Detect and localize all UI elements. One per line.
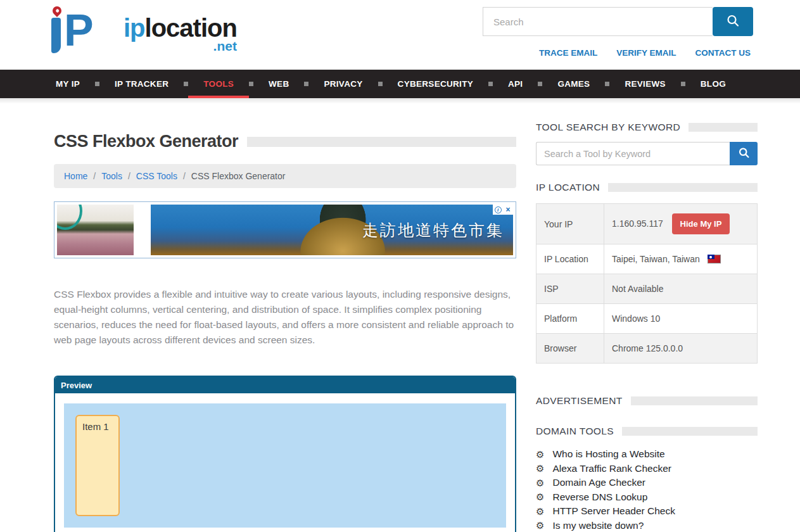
table-row: Platform Windows 10 — [537, 304, 758, 334]
main-column: CSS Flexbox Generator Home / Tools / CSS… — [54, 122, 516, 532]
site-logo[interactable]: P iplocation .net — [48, 5, 237, 54]
contact-us-link[interactable]: CONTACT US — [695, 48, 751, 58]
ip-location-table: Your IP 1.160.95.117 Hide My IP IP Locat… — [536, 203, 758, 364]
table-row: Browser Chrome 125.0.0.0 — [537, 334, 758, 364]
domain-tools-list: ⚙ Who is Hosting a Website ⚙ Alexa Traff… — [536, 447, 758, 532]
ad-banner[interactable]: 走訪地道特色市集 i × — [54, 201, 516, 258]
tool-description: CSS Flexbox provides a flexible and intu… — [54, 287, 516, 348]
table-row: ISP Not Available — [537, 274, 758, 304]
gear-icon: ⚙ — [536, 478, 544, 488]
gear-icon: ⚙ — [536, 521, 544, 530]
logo-text: iplocation .net — [124, 14, 237, 54]
nav-item-blog[interactable]: BLOG — [685, 70, 741, 98]
nav-separator — [95, 82, 99, 86]
nav-item-cybersecurity[interactable]: CYBERSECURITY — [383, 70, 488, 98]
page-title: CSS Flexbox Generator — [54, 132, 238, 151]
gear-icon: ⚙ — [536, 464, 544, 473]
logo-letter-i — [51, 18, 61, 53]
domain-tool-website-down[interactable]: ⚙ Is my website down? — [536, 519, 758, 532]
domain-tool-reverse-dns[interactable]: ⚙ Reverse DNS Lookup — [536, 490, 758, 505]
trace-email-link[interactable]: TRACE EMAIL — [539, 48, 597, 58]
row-label: IP Location — [537, 244, 604, 274]
domain-tool-alexa-rank[interactable]: ⚙ Alexa Traffic Rank Checker — [536, 462, 758, 476]
nav-item-games[interactable]: GAMES — [542, 70, 605, 98]
nav-item-api[interactable]: API — [493, 70, 538, 98]
advertisement-heading-row: ADVERTISEMENT — [536, 395, 758, 407]
domain-tool-http-header[interactable]: ⚙ HTTP Server Header Check — [536, 504, 758, 519]
verify-email-link[interactable]: VERIFY EMAIL — [616, 48, 676, 58]
nav-separator — [681, 82, 685, 86]
title-decorative-bar — [247, 137, 516, 147]
isp-value: Not Available — [604, 274, 758, 304]
domain-tools-heading-row: DOMAIN TOOLS — [536, 426, 758, 437]
hide-my-ip-button[interactable]: Hide My IP — [672, 213, 730, 234]
logo-icon: P — [48, 5, 122, 54]
breadcrumb-tools[interactable]: Tools — [101, 171, 122, 181]
header-search — [483, 7, 753, 36]
search-icon — [738, 147, 750, 161]
logo-letter-p: P — [64, 8, 92, 53]
logo-name-rest: location — [145, 14, 237, 42]
nav-item-reviews[interactable]: REVIEWS — [609, 70, 680, 98]
row-label: Platform — [537, 304, 604, 334]
row-label: Browser — [537, 334, 604, 364]
tool-search-heading-row: TOOL SEARCH BY KEYWORD — [536, 122, 758, 133]
nav-item-web[interactable]: WEB — [253, 70, 304, 98]
nav-item-privacy[interactable]: PRIVACY — [308, 70, 378, 98]
browser-value: Chrome 125.0.0.0 — [604, 334, 758, 364]
nav-shadow — [0, 98, 800, 104]
ad-info-icon[interactable]: i — [493, 205, 503, 215]
row-value-cell: 1.160.95.117 Hide My IP — [604, 204, 758, 244]
flexbox-preview-container: Item 1 — [64, 403, 506, 528]
nav-item-tools[interactable]: TOOLS — [188, 70, 249, 98]
ip-location-heading-row: IP LOCATION — [536, 182, 758, 193]
tool-search — [536, 142, 758, 165]
breadcrumb-separator: / — [93, 171, 96, 181]
gear-icon: ⚙ — [536, 507, 544, 516]
gear-icon: ⚙ — [536, 492, 544, 502]
heading-decorative-bar — [631, 396, 758, 405]
header-search-button[interactable] — [713, 7, 753, 36]
row-label: Your IP — [537, 204, 604, 244]
advertisement-heading: ADVERTISEMENT — [536, 395, 623, 407]
main-nav: MY IP IP TRACKER TOOLS WEB PRIVACY CYBER… — [0, 70, 800, 98]
nav-separator — [378, 82, 383, 86]
flexbox-preview-item[interactable]: Item 1 — [75, 415, 120, 516]
nav-separator — [538, 82, 542, 86]
breadcrumb-separator: / — [183, 171, 186, 181]
breadcrumb-separator: / — [128, 171, 130, 181]
row-value-cell: Taipei, Taiwan, Taiwan — [604, 244, 758, 274]
ip-location-heading: IP LOCATION — [536, 182, 600, 193]
heading-decorative-bar — [689, 123, 758, 132]
nav-item-my-ip[interactable]: MY IP — [41, 70, 95, 98]
breadcrumb-home[interactable]: Home — [64, 171, 87, 181]
domain-tool-who-is-hosting[interactable]: ⚙ Who is Hosting a Website — [536, 447, 758, 462]
tool-search-button[interactable] — [730, 142, 758, 165]
domain-tools-heading: DOMAIN TOOLS — [536, 426, 614, 437]
nav-item-ip-tracker[interactable]: IP TRACKER — [99, 70, 184, 98]
content-wrapper: CSS Flexbox Generator Home / Tools / CSS… — [0, 104, 800, 532]
tool-search-input[interactable] — [536, 142, 730, 165]
sidebar: TOOL SEARCH BY KEYWORD IP LOCATION Your … — [536, 122, 758, 532]
ip-location-value: Taipei, Taiwan, Taiwan — [612, 254, 700, 264]
header-search-input[interactable] — [483, 7, 713, 36]
preview-panel-body: Item 1 — [55, 393, 515, 532]
location-pin-icon — [51, 4, 63, 17]
platform-value: Windows 10 — [604, 304, 758, 334]
header-links: TRACE EMAIL VERIFY EMAIL CONTACT US — [539, 48, 751, 58]
ad-image-left[interactable] — [57, 205, 134, 255]
site-header: P iplocation .net TRACE EMAIL VERIFY EMA… — [0, 0, 800, 70]
breadcrumb-css-tools[interactable]: CSS Tools — [136, 171, 177, 181]
gear-icon: ⚙ — [536, 450, 544, 459]
domain-tool-domain-age[interactable]: ⚙ Domain Age Checker — [536, 476, 758, 490]
taiwan-flag-icon — [708, 255, 721, 263]
nav-separator — [488, 82, 493, 86]
ad-caption: 走訪地道特色市集 — [362, 220, 504, 241]
row-label: ISP — [537, 274, 604, 304]
ad-close-icon[interactable]: × — [503, 205, 513, 215]
ip-address-value: 1.160.95.117 — [612, 218, 663, 229]
table-row: Your IP 1.160.95.117 Hide My IP — [537, 204, 758, 244]
nav-separator — [249, 82, 253, 86]
tool-search-heading: TOOL SEARCH BY KEYWORD — [536, 122, 680, 133]
ad-image-right[interactable]: 走訪地道特色市集 i × — [151, 205, 513, 255]
